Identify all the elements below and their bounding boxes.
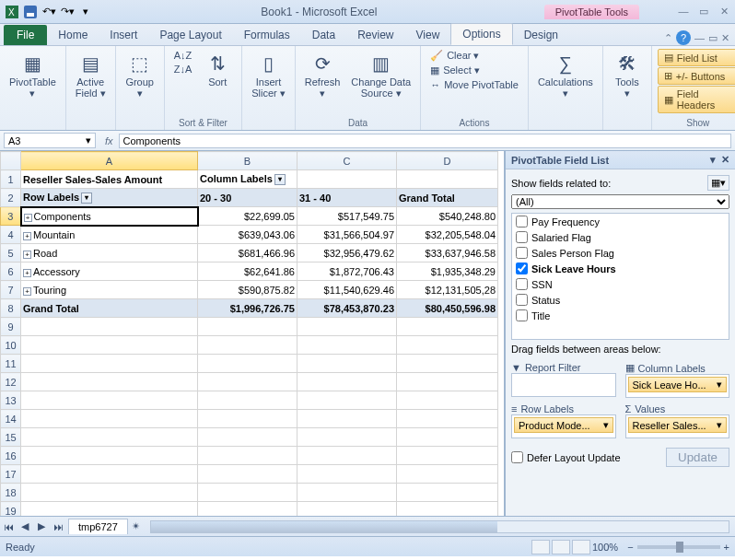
- cell[interactable]: [21, 391, 198, 410]
- cell[interactable]: $1,872,706.43: [298, 262, 397, 281]
- sheet-tab[interactable]: tmp6727: [68, 519, 128, 534]
- tab-options[interactable]: Options: [450, 23, 512, 45]
- cell[interactable]: $681,466.96: [198, 244, 298, 262]
- row-header[interactable]: 4: [1, 226, 21, 244]
- select-all-corner[interactable]: [1, 152, 21, 170]
- active-field-button[interactable]: ▤Active Field ▾: [72, 49, 110, 100]
- report-filter-area[interactable]: [511, 373, 616, 397]
- chevron-down-icon[interactable]: ▾: [86, 134, 91, 146]
- cell[interactable]: $590,875.82: [198, 281, 298, 299]
- name-box[interactable]: A3▾: [4, 133, 96, 148]
- cell[interactable]: [298, 484, 397, 502]
- fx-icon[interactable]: fx: [99, 135, 119, 146]
- cell[interactable]: [198, 465, 298, 484]
- cell[interactable]: [397, 428, 498, 447]
- cell[interactable]: [198, 447, 298, 465]
- restore-icon[interactable]: ▭: [696, 6, 711, 18]
- field-row[interactable]: Title: [512, 308, 729, 323]
- row-header[interactable]: 1: [1, 170, 21, 189]
- cell[interactable]: [198, 355, 298, 373]
- cell[interactable]: [21, 373, 198, 391]
- column-labels-area[interactable]: Sick Leave Ho...▾: [625, 374, 730, 398]
- row-header[interactable]: 18: [1, 484, 21, 502]
- zoom-slider[interactable]: [637, 545, 720, 549]
- cell[interactable]: $80,450,596.98: [397, 299, 498, 318]
- cell[interactable]: [198, 502, 298, 517]
- chevron-down-icon[interactable]: ▾: [603, 419, 609, 431]
- sheet-nav-last-icon[interactable]: ⏭: [50, 521, 66, 532]
- new-sheet-icon[interactable]: ✴: [128, 520, 145, 532]
- horizontal-scrollbar[interactable]: [150, 520, 729, 533]
- cell[interactable]: Reseller Sales-Sales Amount: [21, 170, 198, 189]
- col-header-a[interactable]: A: [21, 152, 198, 170]
- field-row[interactable]: Sick Leave Hours: [512, 261, 729, 276]
- view-pagebreak-button[interactable]: [572, 540, 590, 554]
- sort-za-button[interactable]: Z↓A: [170, 63, 196, 76]
- cell[interactable]: 20 - 30: [198, 189, 298, 207]
- select-button[interactable]: ▦Select ▾: [426, 64, 522, 77]
- change-data-source-button[interactable]: ▥Change Data Source ▾: [347, 49, 414, 100]
- active-cell[interactable]: +Components: [21, 207, 198, 226]
- row-header[interactable]: 16: [1, 447, 21, 465]
- cell[interactable]: [21, 410, 198, 428]
- tab-page-layout[interactable]: Page Layout: [148, 25, 232, 45]
- tab-formulas[interactable]: Formulas: [233, 25, 301, 45]
- cell[interactable]: [397, 318, 498, 336]
- field-list-toggle[interactable]: ▤Field List: [658, 49, 735, 66]
- cell[interactable]: +Road: [21, 244, 198, 262]
- cell[interactable]: [298, 373, 397, 391]
- cell[interactable]: $78,453,870.23: [298, 299, 397, 318]
- cell[interactable]: $639,043.06: [198, 226, 298, 244]
- field-headers-toggle[interactable]: ▦Field Headers: [658, 86, 735, 113]
- excel-icon[interactable]: X: [4, 4, 20, 20]
- formula-input[interactable]: Components: [119, 134, 731, 148]
- cell[interactable]: [298, 428, 397, 447]
- cell[interactable]: [397, 410, 498, 428]
- field-checkbox[interactable]: [516, 262, 528, 274]
- cell[interactable]: Column Labels▾: [198, 170, 298, 189]
- field-row[interactable]: SSN: [512, 276, 729, 292]
- minimize-ribbon-icon[interactable]: ⌃: [664, 32, 672, 44]
- related-select[interactable]: (All): [511, 194, 729, 209]
- cell[interactable]: [198, 428, 298, 447]
- cell[interactable]: $12,131,505,28: [397, 281, 498, 299]
- cell[interactable]: [298, 447, 397, 465]
- tab-insert[interactable]: Insert: [99, 25, 148, 45]
- sheet-nav-next-icon[interactable]: ▶: [33, 520, 50, 532]
- doc-restore-icon[interactable]: ▭: [708, 32, 718, 44]
- cell[interactable]: [397, 336, 498, 355]
- cell[interactable]: [298, 336, 397, 355]
- sort-az-button[interactable]: A↓Z: [170, 49, 196, 62]
- row-header[interactable]: 14: [1, 410, 21, 428]
- tab-data[interactable]: Data: [301, 25, 346, 45]
- move-pivot-button[interactable]: ↔Move PivotTable: [426, 78, 522, 91]
- cell[interactable]: [397, 170, 498, 189]
- expand-icon[interactable]: +: [23, 251, 31, 259]
- layout-options-icon[interactable]: ▦▾: [707, 175, 729, 191]
- cell[interactable]: [21, 502, 198, 517]
- row-header[interactable]: 15: [1, 428, 21, 447]
- expand-icon[interactable]: +: [23, 232, 31, 240]
- cell[interactable]: $11,540,629.46: [298, 281, 397, 299]
- view-layout-button[interactable]: [552, 540, 570, 554]
- sheet-nav-first-icon[interactable]: ⏮: [0, 521, 17, 532]
- refresh-button[interactable]: ⟳Refresh▾: [301, 49, 344, 100]
- pivottable-button[interactable]: ▦PivotTable▾: [6, 49, 60, 100]
- field-checkbox[interactable]: [516, 294, 528, 306]
- row-header[interactable]: 11: [1, 355, 21, 373]
- area-chip[interactable]: Product Mode...▾: [514, 417, 613, 433]
- tab-view[interactable]: View: [405, 25, 451, 45]
- cell[interactable]: $1,996,726.75: [198, 299, 298, 318]
- plusminus-buttons-toggle[interactable]: ⊞+/- Buttons: [658, 67, 735, 85]
- cell[interactable]: [298, 318, 397, 336]
- insert-slicer-button[interactable]: ▯Insert Slicer ▾: [248, 49, 289, 100]
- qat-customize-icon[interactable]: ▾: [77, 4, 94, 20]
- chevron-down-icon[interactable]: ▾: [717, 379, 722, 391]
- row-header[interactable]: 17: [1, 465, 21, 484]
- cell[interactable]: [397, 373, 498, 391]
- area-chip[interactable]: Sick Leave Ho...▾: [628, 377, 728, 392]
- cell[interactable]: [198, 410, 298, 428]
- row-header[interactable]: 19: [1, 502, 21, 517]
- pane-close-icon[interactable]: ✕: [721, 154, 729, 166]
- view-normal-button[interactable]: [531, 540, 550, 554]
